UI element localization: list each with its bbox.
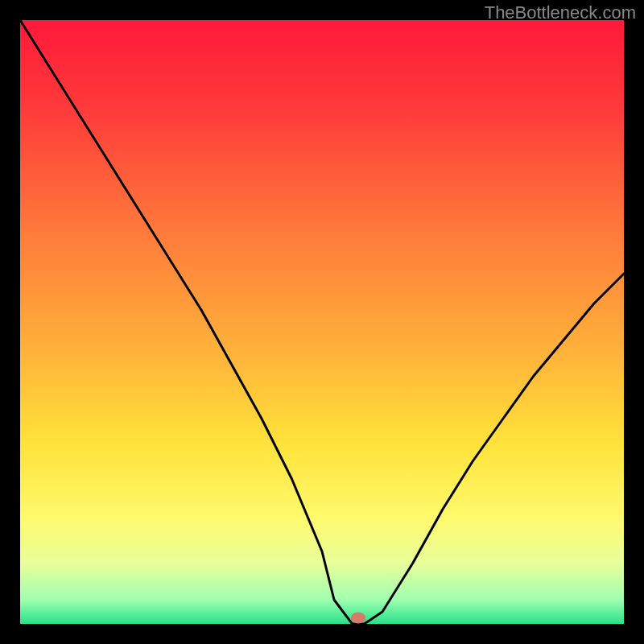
bottleneck-chart — [20, 20, 624, 624]
gradient-background — [20, 20, 624, 624]
plot-area — [20, 20, 624, 624]
watermark-text: TheBottleneck.com — [485, 2, 636, 23]
optimal-marker — [351, 613, 365, 624]
